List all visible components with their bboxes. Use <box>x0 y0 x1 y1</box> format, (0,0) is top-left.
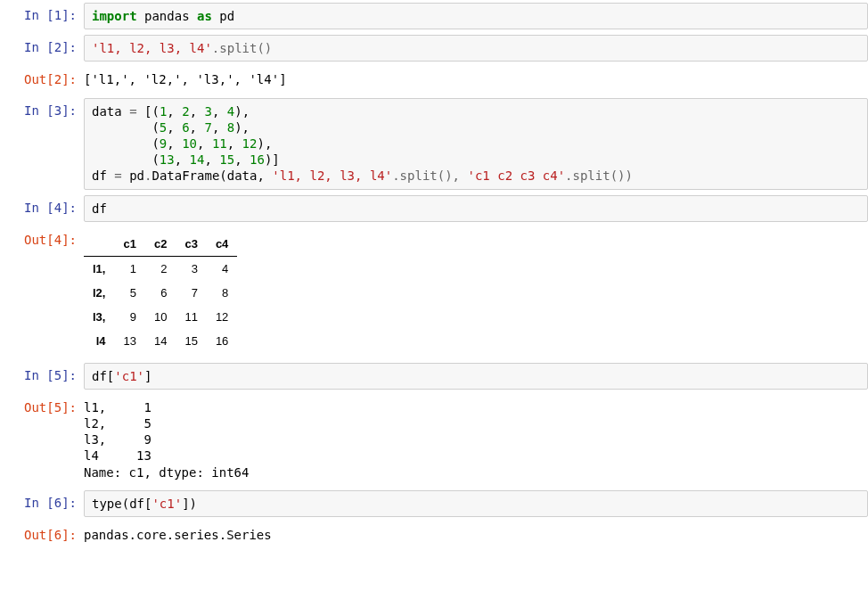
tok: .split()) <box>565 168 633 183</box>
df-row: l1, 1 2 3 4 <box>84 256 237 281</box>
code-input-5[interactable]: df['c1'] <box>84 363 868 390</box>
tok: 2 <box>182 104 189 119</box>
tok: = <box>129 104 136 119</box>
tok: 6 <box>182 120 189 135</box>
tok: 8 <box>227 120 234 135</box>
code-input-6[interactable]: type(df['c1']) <box>84 490 868 517</box>
code-area-4[interactable]: df <box>84 195 868 222</box>
str-literal: 'l1, l2, l3, l4' <box>92 41 212 55</box>
tok: .split(), <box>392 168 467 183</box>
tok: type(df[ <box>92 497 151 511</box>
df-cell: 13 <box>114 329 144 353</box>
tok: 4 <box>227 104 234 119</box>
df-col-header: c4 <box>207 232 237 257</box>
df-cell: 7 <box>176 281 206 305</box>
out-prompt-2: Out[2]: <box>0 67 84 92</box>
tok: ]) <box>182 497 197 511</box>
code-area-5[interactable]: df['c1'] <box>84 363 868 390</box>
cell-3: In [3]: data = [(1, 2, 3, 4), (5, 6, 7, … <box>0 95 868 193</box>
tok: 10 <box>182 136 197 151</box>
tok: ] <box>144 369 151 383</box>
tok: 15 <box>219 152 234 167</box>
df-cell: 14 <box>145 329 176 353</box>
code-input-1[interactable]: import pandas as pd <box>84 3 868 29</box>
df-cell: 5 <box>114 281 144 305</box>
tok: , <box>175 152 190 167</box>
tok: df <box>92 168 114 183</box>
out-text-5: l1, 1 l2, 5 l3, 9 l4 13 Name: c1, dtype:… <box>84 395 868 485</box>
code-input-4[interactable]: df <box>84 195 868 222</box>
tok: 14 <box>190 152 205 167</box>
tok: , <box>197 136 212 151</box>
df-row: l4 13 14 15 16 <box>84 329 237 353</box>
df-index: l3, <box>84 305 114 329</box>
tok: )] <box>265 152 280 167</box>
code-input-3[interactable]: data = [(1, 2, 3, 4), (5, 6, 7, 8), (9, … <box>84 98 868 190</box>
cell-1: In [1]: import pandas as pd <box>0 0 868 32</box>
tok: [( <box>137 104 160 119</box>
df-corner <box>84 232 114 257</box>
tok-split: .split() <box>212 41 272 55</box>
code-area-1[interactable]: import pandas as pd <box>84 3 868 29</box>
tok: , <box>167 104 182 119</box>
df-cell: 10 <box>145 305 176 329</box>
df-cell: 1 <box>114 256 144 281</box>
tok: , <box>190 120 205 135</box>
tok: 'c1 c2 c3 c4' <box>467 168 565 183</box>
cell-4-out: Out[4]: c1 c2 c3 c4 l1, 1 2 3 4 <box>0 225 868 360</box>
tok-df: df <box>92 201 107 216</box>
df-cell: 9 <box>114 305 144 329</box>
tok: 16 <box>250 152 265 167</box>
tok: ), <box>234 104 250 119</box>
cell-6-out: Out[6]: pandas.core.series.Series <box>0 520 868 550</box>
in-prompt-6: In [6]: <box>0 490 84 515</box>
cell-2-in: In [2]: 'l1, l2, l3, l4'.split() <box>0 32 868 64</box>
df-index: l2, <box>84 281 114 305</box>
in-prompt-2: In [2]: <box>0 35 84 60</box>
out-area-2: ['l1,', 'l2,', 'l3,', 'l4'] <box>84 67 868 92</box>
cell-5-out: Out[5]: l1, 1 l2, 5 l3, 9 l4 13 Name: c1… <box>0 392 868 488</box>
tok: , <box>204 152 219 167</box>
tok: data <box>92 104 129 119</box>
out-area-5: l1, 1 l2, 5 l3, 9 l4 13 Name: c1, dtype:… <box>84 395 868 485</box>
out-prompt-4: Out[4]: <box>0 227 84 252</box>
df-cell: 15 <box>176 329 206 353</box>
df-cell: 6 <box>145 281 176 305</box>
tok: , <box>167 120 182 135</box>
df-row: l3, 9 10 11 12 <box>84 305 237 329</box>
df-row: l2, 5 6 7 8 <box>84 281 237 305</box>
tok: 'c1' <box>151 497 182 511</box>
tok: ( <box>92 152 160 167</box>
df-cell: 4 <box>207 256 237 281</box>
tok: 'l1, l2, l3, l4' <box>272 168 392 183</box>
out-prompt-5: Out[5]: <box>0 395 84 420</box>
df-cell: 16 <box>207 329 237 353</box>
out-prompt-6: Out[6]: <box>0 522 84 547</box>
kw-import: import <box>92 9 137 23</box>
code-input-2[interactable]: 'l1, l2, l3, l4'.split() <box>84 35 868 62</box>
out-area-4: c1 c2 c3 c4 l1, 1 2 3 4 l2, 5 6 <box>84 227 868 357</box>
cell-5-in: In [5]: df['c1'] <box>0 360 868 392</box>
tok: 11 <box>212 136 227 151</box>
code-area-3[interactable]: data = [(1, 2, 3, 4), (5, 6, 7, 8), (9, … <box>84 98 868 190</box>
tok-pd: pd <box>212 9 234 23</box>
tok: , <box>212 104 227 119</box>
tok: 'c1' <box>114 369 144 383</box>
df-header-row: c1 c2 c3 c4 <box>84 232 237 257</box>
kw-as: as <box>197 9 212 23</box>
code-area-2[interactable]: 'l1, l2, l3, l4'.split() <box>84 35 868 62</box>
df-index: l4 <box>84 329 114 353</box>
df-cell: 8 <box>207 281 237 305</box>
in-prompt-4: In [4]: <box>0 195 84 220</box>
code-area-6[interactable]: type(df['c1']) <box>84 490 868 517</box>
df-col-header: c2 <box>145 232 176 257</box>
dataframe-table: c1 c2 c3 c4 l1, 1 2 3 4 l2, 5 6 <box>84 232 237 353</box>
in-prompt-5: In [5]: <box>0 363 84 388</box>
tok: df[ <box>92 369 114 383</box>
cell-2-out: Out[2]: ['l1,', 'l2,', 'l3,', 'l4'] <box>0 64 868 94</box>
tok: , <box>190 104 205 119</box>
cell-4-in: In [4]: df <box>0 193 868 225</box>
df-index: l1, <box>84 256 114 281</box>
df-cell: 11 <box>176 305 206 329</box>
out-text-2: ['l1,', 'l2,', 'l3,', 'l4'] <box>84 67 868 92</box>
